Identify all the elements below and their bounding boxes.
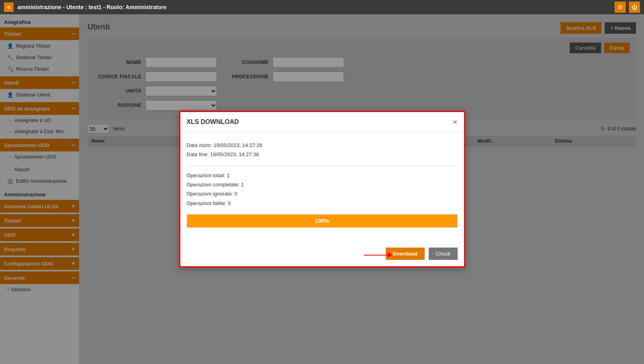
operazioni-totali-label: Operazioni totali:: [187, 172, 226, 178]
operazioni-fallite-line: Operazioni fallite: 0: [187, 199, 458, 208]
operazioni-ignorate-label: Operazioni ignorata:: [187, 191, 233, 197]
topbar-icons: ⚙ ⏻: [615, 2, 640, 13]
data-fine-label: Data fine:: [187, 151, 209, 157]
modal-overlay: XLS DOWNLOAD × Data inizio: 19/05/2023, …: [0, 14, 644, 364]
power-icon-button[interactable]: ⏻: [629, 2, 640, 13]
settings-icon-button[interactable]: ⚙: [615, 2, 626, 13]
arrow-indicator: [364, 252, 393, 258]
modal-info: Data inizio: 19/05/2023, 14:27:28 Data f…: [187, 141, 458, 159]
data-fine-value: 19/05/2023, 14:27:38: [210, 151, 259, 157]
modal-divider: [187, 166, 458, 166]
operazioni-completate-value: 1: [241, 182, 244, 188]
modal-body: Data inizio: 19/05/2023, 14:27:28 Data f…: [180, 133, 464, 244]
operazioni-fallite-value: 0: [228, 200, 231, 206]
operazioni-fallite-label: Operazioni fallite:: [187, 200, 226, 206]
operazioni-completate-label: Operazioni completate:: [187, 182, 240, 188]
data-fine-line: Data fine: 19/05/2023, 14:27:38: [187, 150, 458, 159]
progress-bar-fill: 100%: [187, 215, 457, 227]
operazioni-ignorate-value: 0: [234, 191, 237, 197]
data-inizio-label: Data inizio:: [187, 142, 212, 148]
progress-percent-label: 100%: [315, 218, 329, 224]
operazioni-totali-value: 1: [227, 172, 230, 178]
modal-stats: Operazioni totali: 1 Operazioni completa…: [187, 171, 458, 208]
data-inizio-line: Data inizio: 19/05/2023, 14:27:28: [187, 141, 458, 150]
modal-close-button[interactable]: ×: [453, 118, 458, 127]
progress-bar-container: 100%: [187, 214, 458, 228]
modal-title: XLS DOWNLOAD: [187, 118, 239, 126]
arrow-line: [364, 255, 388, 256]
xls-download-modal: XLS DOWNLOAD × Data inizio: 19/05/2023, …: [179, 111, 465, 267]
modal-footer: Download Chiudi: [180, 244, 464, 266]
topbar: « amministrazione - Utente : test1 - Ruo…: [0, 0, 644, 14]
sidebar-toggle-button[interactable]: «: [4, 2, 14, 12]
modal-header: XLS DOWNLOAD ×: [180, 112, 464, 133]
data-inizio-value: 19/05/2023, 14:27:28: [213, 142, 262, 148]
topbar-title: amministrazione - Utente : test1 - Ruolo…: [17, 4, 166, 10]
operazioni-totali-line: Operazioni totali: 1: [187, 171, 458, 180]
operazioni-ignorate-line: Operazioni ignorata: 0: [187, 189, 458, 198]
chiudi-button[interactable]: Chiudi: [429, 248, 458, 260]
operazioni-completate-line: Operazioni completate: 1: [187, 180, 458, 189]
arrow-head: [388, 252, 393, 258]
